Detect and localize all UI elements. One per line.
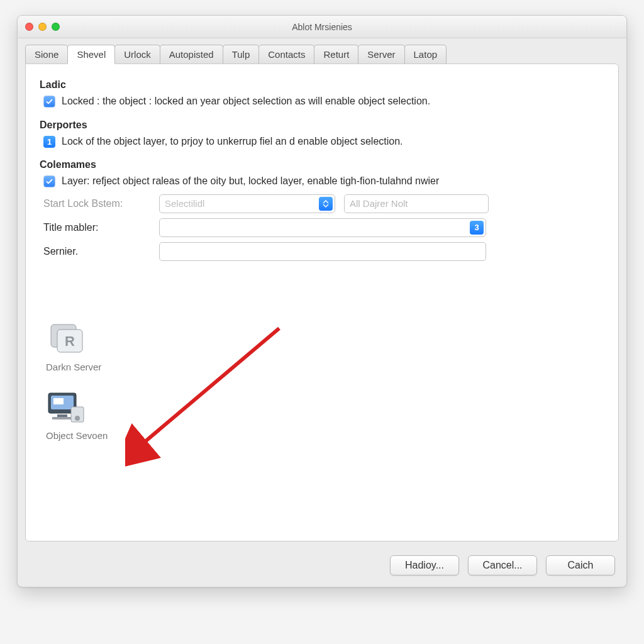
ladic-checkbox[interactable] bbox=[43, 96, 55, 108]
svg-rect-7 bbox=[57, 414, 67, 417]
ladic-row: Locked : the object : locked an year obj… bbox=[40, 94, 604, 108]
tab-sione[interactable]: Sione bbox=[25, 45, 68, 64]
window-title: Ablot Mrsienies bbox=[18, 22, 626, 32]
preferences-window: Ablot Mrsienies Sione Shevel Urlock Auto… bbox=[17, 15, 627, 587]
darkn-server-label: Darkn Server bbox=[46, 362, 101, 372]
derportes-row: 1 Lock of the object layer, to prjoy to … bbox=[40, 135, 604, 148]
tab-shevel[interactable]: Shevel bbox=[67, 45, 115, 64]
tab-contacts[interactable]: Contacts bbox=[258, 45, 314, 64]
colemames-row: Layer: refject object raleas of the oity… bbox=[40, 174, 604, 188]
dialog-footer: Hadioy... Cancel... Caich bbox=[18, 549, 626, 587]
start-lock-select[interactable]: Selectilidl bbox=[159, 194, 335, 213]
colemames-text: Layer: refject object raleas of the oity… bbox=[62, 174, 439, 188]
start-lock-row: Start Lock Bstem: Selectilidl All Dajrer… bbox=[40, 194, 604, 213]
section-ladic-title: Ladic bbox=[40, 79, 604, 91]
tab-server[interactable]: Server bbox=[358, 45, 404, 64]
svg-point-10 bbox=[75, 416, 80, 421]
start-lock-text[interactable]: All Dajrer Nolt bbox=[344, 194, 489, 213]
title-mabler-row: Title mabler: 3 bbox=[40, 218, 604, 237]
ladic-text: Locked : the object : locked an year obj… bbox=[62, 94, 430, 108]
section-colemames-title: Colemames bbox=[40, 159, 604, 170]
object-sevoen-item[interactable]: Object Sevoen bbox=[40, 389, 604, 441]
tab-bar: Sione Shevel Urlock Autopisted Tulp Cont… bbox=[18, 38, 626, 64]
tab-panel: Ladic Locked : the object : locked an ye… bbox=[25, 64, 619, 541]
titlebar: Ablot Mrsienies bbox=[18, 16, 626, 38]
tab-returt[interactable]: Returt bbox=[314, 45, 358, 64]
svg-rect-6 bbox=[53, 398, 64, 404]
check-icon bbox=[45, 97, 53, 106]
cancel-button[interactable]: Cancel... bbox=[468, 555, 537, 575]
select-stepper-icon bbox=[319, 197, 333, 211]
start-lock-select-value: Selectilidl bbox=[165, 198, 204, 209]
title-mabler-label: Title mabler: bbox=[43, 222, 150, 233]
svg-rect-8 bbox=[52, 417, 72, 419]
tab-autopisted[interactable]: Autopisted bbox=[160, 45, 223, 64]
colemames-checkbox[interactable] bbox=[43, 175, 55, 187]
apply-button[interactable]: Hadioy... bbox=[390, 555, 459, 575]
start-lock-label: Start Lock Bstem: bbox=[43, 198, 150, 209]
ok-button[interactable]: Caich bbox=[546, 555, 615, 575]
start-lock-text-placeholder: All Dajrer Nolt bbox=[350, 198, 408, 209]
check-icon bbox=[45, 177, 53, 186]
tab-latop[interactable]: Latop bbox=[404, 45, 447, 64]
stepper-value: 3 bbox=[470, 221, 484, 235]
darkn-server-item[interactable]: R Darkn Server bbox=[40, 320, 604, 372]
sernier-input[interactable] bbox=[159, 242, 486, 261]
sernier-row: Sernier. bbox=[40, 242, 604, 261]
derportes-text: Lock of the object layer, to prjoy to un… bbox=[62, 135, 403, 148]
object-sevoen-icon bbox=[46, 389, 86, 425]
object-sevoen-label: Object Sevoen bbox=[46, 430, 108, 441]
section-derportes-title: Derportes bbox=[40, 119, 604, 131]
svg-text:R: R bbox=[65, 333, 75, 349]
title-mabler-stepper[interactable]: 3 bbox=[159, 218, 486, 237]
tab-urlock[interactable]: Urlock bbox=[114, 45, 160, 64]
tab-tulp[interactable]: Tulp bbox=[223, 45, 260, 64]
darkn-server-icon: R bbox=[46, 320, 86, 357]
derportes-badge: 1 bbox=[43, 136, 55, 148]
sernier-label: Sernier. bbox=[43, 246, 150, 257]
